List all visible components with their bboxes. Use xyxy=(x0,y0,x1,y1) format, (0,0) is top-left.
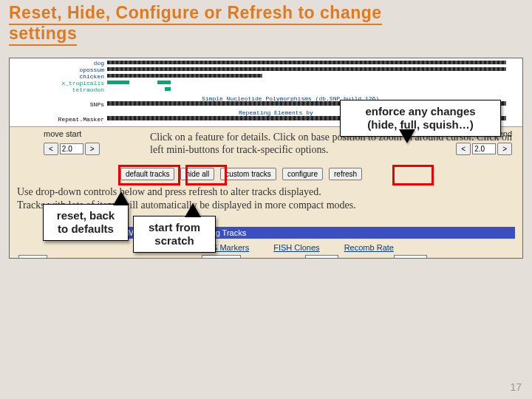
callout-enforce-line2: (hide, full, squish…) xyxy=(367,118,473,131)
track-bar xyxy=(107,81,129,84)
callout-start-line1: start from xyxy=(149,221,200,233)
arrow-up-icon xyxy=(185,203,200,216)
move-start-label: move start xyxy=(44,129,81,138)
move-start-right-button[interactable]: > xyxy=(85,143,100,155)
callout-reset-line1: reset, back xyxy=(57,209,115,222)
slide-title: Reset, Hide, Configure or Refresh to cha… xyxy=(9,3,523,44)
slide: Reset, Hide, Configure or Refresh to cha… xyxy=(0,0,532,399)
configure-button[interactable]: configure xyxy=(282,168,323,180)
move-start-group: move start xyxy=(44,129,84,138)
move-end-left-button[interactable]: < xyxy=(456,143,471,155)
title-line-2: settings xyxy=(9,24,77,43)
body-paragraph-2: Use drop-down controls below and press r… xyxy=(17,186,515,199)
callout-reset: reset, back to defaults xyxy=(43,204,129,241)
move-start-controls: < > xyxy=(44,143,100,155)
col-fish-clones[interactable]: FISH Clones xyxy=(273,243,319,252)
move-end-input[interactable] xyxy=(472,143,496,154)
repeat-caption: Repeating Elements by xyxy=(239,109,313,116)
title-line-1: Reset, Hide, Configure or Refresh to cha… xyxy=(9,3,382,22)
track-bar xyxy=(107,74,262,78)
track-label-tetraodon: tetraodon xyxy=(10,86,104,93)
track-bar xyxy=(107,61,506,64)
move-start-input[interactable] xyxy=(60,143,83,154)
callout-enforce: enforce any changes (hide, full, squish…… xyxy=(340,100,501,137)
callout-enforce-line1: enforce any changes xyxy=(365,105,475,117)
default-tracks-button[interactable]: default tracks xyxy=(120,168,174,180)
select-hide-1[interactable]: hide xyxy=(305,255,338,259)
callout-start: start from scratch xyxy=(133,216,216,253)
track-label-opossum: opossum xyxy=(10,66,104,73)
callout-start-line2: scratch xyxy=(154,234,194,247)
arrow-up-icon xyxy=(114,191,129,205)
button-row: default tracks hide all custom tracks co… xyxy=(120,168,362,180)
move-start-left-button[interactable]: < xyxy=(44,143,58,155)
hide-all-button[interactable]: hide all xyxy=(180,168,214,180)
repeat-row-label: Repeat.Masker xyxy=(10,116,104,123)
track-bar xyxy=(107,67,506,71)
select-hide-2[interactable]: hide xyxy=(394,255,427,259)
refresh-button[interactable]: refresh xyxy=(329,168,362,180)
track-bar xyxy=(165,87,171,91)
move-end-controls: < > xyxy=(456,143,512,155)
callout-reset-line2: to defaults xyxy=(58,222,114,235)
track-label-xtropicalis: x_tropicalis xyxy=(10,80,104,86)
section-columns: STS Markers FISH Clones Recomb Rate xyxy=(202,243,416,252)
page-number: 17 xyxy=(510,381,522,393)
custom-tracks-button[interactable]: custom tracks xyxy=(220,168,276,180)
select-full[interactable]: full xyxy=(18,255,47,259)
col-recomb-rate[interactable]: Recomb Rate xyxy=(344,243,394,252)
track-label-chicken: chicken xyxy=(10,73,104,80)
snps-row-label: SNPs xyxy=(10,101,104,108)
track-label-dog: dog xyxy=(10,60,104,66)
move-end-right-button[interactable]: > xyxy=(497,143,512,155)
arrow-down-icon xyxy=(400,130,415,143)
select-cense[interactable]: cense xyxy=(202,255,241,259)
track-bar xyxy=(157,81,171,84)
